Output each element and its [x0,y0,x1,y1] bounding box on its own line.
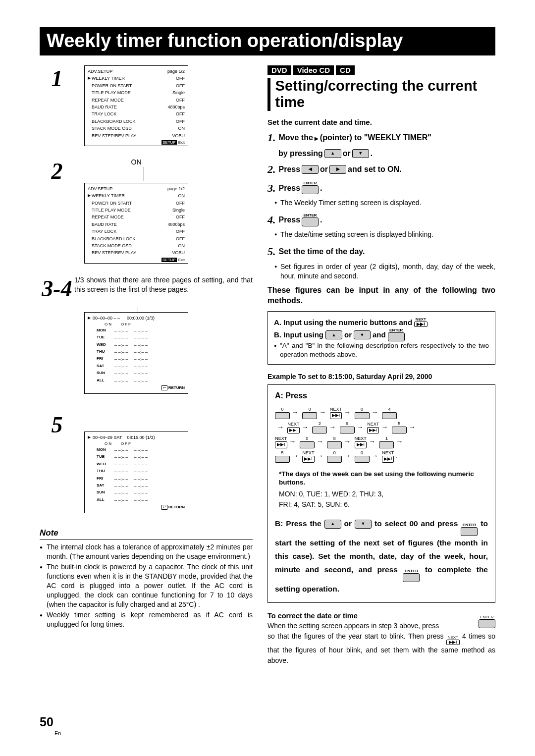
note-item: The internal clock has a tolerance of ap… [40,542,253,561]
on-label: ON [84,158,188,166]
page-number: 50 [40,715,54,729]
up-button-icon: ▲ [324,149,341,158]
day-of-week-note: *The days of the week can be set using t… [275,470,488,487]
enter-button-icon: ENTER [388,328,405,341]
down-button-icon: ▼ [352,149,369,158]
step-5-number: 5 [40,412,74,436]
day-map-1: MON: 0, TUE: 1, WED: 2, THU: 3, [275,489,488,499]
instr-5: 5. Set the time of the day. [268,242,495,261]
enter-button-icon: ENTER [461,523,478,536]
instr-4-sub: The date/time setting screen is displaye… [268,230,495,239]
right-button-icon: ▶ [329,165,346,174]
instr-1: 1. Move the (pointer) to "WEEKLY TIMER" [268,128,495,147]
example-box: A: Press 0→ 0→ NEXT▶▶I→ 0→ 4 → NEXT▶▶I→ … [268,384,495,603]
button-sequence: 0→ 0→ NEXT▶▶I→ 0→ 4 → NEXT▶▶I→ 2→ 9→ NEX… [275,405,488,464]
step-3-4-number: 3-4 [40,275,74,300]
down-button-icon: ▼ [355,520,372,529]
method-note: "A" and "B" in the following description… [274,341,489,359]
up-button-icon: ▲ [325,330,342,339]
media-tags: DVD Video CD CD [268,65,495,75]
note-heading: Note [40,528,253,540]
instr-5-sub: Set figures in order of year (2 digits),… [268,262,495,281]
correct-text: When the setting screen appears in step … [268,621,495,666]
section-heading: Setting/correcting the current time [268,78,495,111]
note-list: The internal clock has a tolerance of ap… [40,542,253,629]
step-2-number: 2 [40,158,74,183]
instr-3: 3. Press ENTER . [268,179,495,197]
down-button-icon: ▼ [354,330,371,339]
day-map-2: FRI: 4, SAT: 5, SUN: 6. [275,499,488,510]
next-button-icon: NEXT ▶▶I [414,318,428,327]
page-title: Weekly timer function operation/display [40,27,495,55]
tag-vcd: Video CD [293,65,334,75]
setup-menu-1: ADV.SETUPpage 1/2 ▶WEEKLY TIMEROFF POWER… [84,65,188,146]
next-button-icon: NEXT ▶▶I [446,636,460,645]
following-methods: These figures can be input in any of the… [268,285,495,306]
enter-button-icon: ENTER [302,214,319,226]
instr-4: 4. Press ENTER . [268,211,495,229]
note-item: Weekly timer setting is kept remembered … [40,610,253,629]
enter-button-icon: ENTER [403,569,420,582]
left-button-icon: ◀ [302,165,319,174]
step-3-4-text: 1/3 shows that there are three pages of … [74,275,253,294]
step-1-number: 1 [40,65,74,90]
tag-cd: CD [336,65,355,75]
language-indicator: En [54,730,61,736]
instr-3-sub: The Weekly Timer setting screen is displ… [268,198,495,208]
instr-2: 2. Press ◀ or ▶ and set to ON. [268,160,495,178]
correct-heading: To correct the date or time ENTER [268,612,495,620]
pointer-icon [315,131,319,144]
method-box: A. Input using the numeric buttons and N… [268,311,495,365]
tag-dvd: DVD [268,65,291,75]
enter-button-icon: ENTER [302,181,319,194]
method-b-block: B: Press the ▲ or ▼ to select 00 and pre… [275,517,488,595]
setup-menu-2: ADV.SETUPpage 1/2 ▶WEEKLY TIMERON POWER … [84,183,188,264]
timer-screen-1: ▶00–00–00 – –00:00.00 (1/3) ON OFF MON– … [84,312,188,394]
example-heading: Example To set to 8:15:00, Saturday Apri… [268,373,495,380]
set-current-line: Set the current date and time. [268,118,495,126]
timer-screen-2: ▶00–04–29 SAT08:15.00 (1/3) ON OFF MON– … [84,432,188,513]
instr-1b: by pressing ▲ or ▼ . [268,147,495,160]
enter-button-icon: ENTER [479,615,495,628]
up-button-icon: ▲ [324,520,341,529]
on-pointer-line [144,167,144,181]
note-item: The built-in clock is powered by a capac… [40,562,253,609]
